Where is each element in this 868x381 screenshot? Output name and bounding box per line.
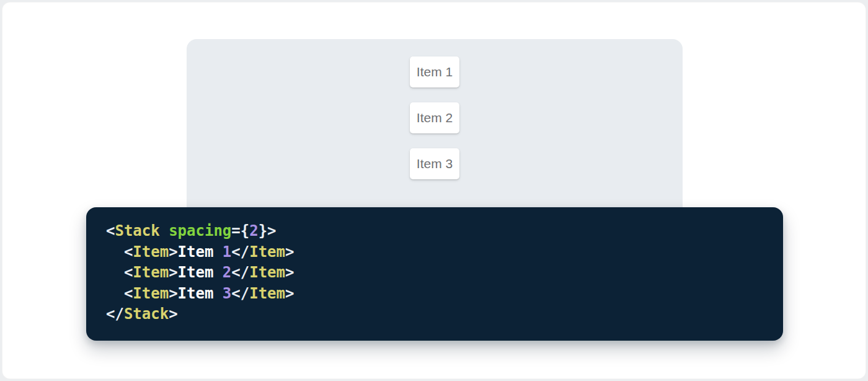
code-token-punct: > (285, 264, 294, 281)
code-line: <Item>Item 2</Item> (106, 262, 768, 284)
stack-item-card: Item 2 (410, 102, 459, 133)
code-token-punct: > (169, 305, 177, 323)
code-token-text: Item (178, 243, 223, 261)
code-line: <Stack spacing={2}> (106, 221, 768, 242)
code-token-tag: Stack (124, 305, 169, 323)
code-token-text: Item (178, 285, 223, 302)
code-token-punct: </ (231, 243, 249, 261)
code-token-punct: }> (259, 222, 277, 240)
code-token-tag: Item (133, 285, 169, 302)
code-token-tag: Item (249, 285, 285, 302)
code-token-punct: < (106, 222, 115, 240)
code-token-punct: > (285, 243, 294, 261)
code-token-punct: > (169, 264, 177, 281)
code-token-punct: </ (106, 305, 124, 323)
code-token-punct (160, 222, 169, 240)
code-token-tag: Stack (115, 222, 159, 240)
code-token-punct: </ (231, 264, 249, 281)
code-token-punct: < (106, 285, 133, 302)
code-token-tag: Item (133, 264, 169, 281)
code-block: <Stack spacing={2}> <Item>Item 1</Item> … (86, 207, 783, 341)
code-line: <Item>Item 3</Item> (106, 284, 768, 305)
code-token-punct: < (106, 264, 133, 281)
code-token-punct: ={ (231, 222, 249, 240)
code-line: <Item>Item 1</Item> (106, 242, 768, 263)
code-line: </Stack> (106, 304, 768, 325)
stack-preview-panel: Item 1Item 2Item 3 (187, 39, 683, 225)
code-token-punct: </ (231, 285, 249, 302)
code-token-tag: Item (249, 243, 285, 261)
code-token-number: 1 (223, 243, 231, 261)
code-token-text: Item (178, 264, 223, 281)
code-token-tag: Item (133, 243, 169, 261)
code-token-number: 2 (249, 222, 258, 240)
stack-item-card: Item 3 (410, 148, 459, 179)
demo-card: Item 1Item 2Item 3 <Stack spacing={2}> <… (2, 2, 866, 379)
code-token-punct: > (169, 285, 177, 302)
code-token-tag: Item (249, 264, 285, 281)
code-token-number: 2 (223, 264, 231, 281)
code-token-punct: > (285, 285, 294, 302)
stack-item-card: Item 1 (410, 56, 459, 87)
code-token-attr: spacing (169, 222, 231, 240)
code-token-punct: < (106, 243, 133, 261)
code-token-punct: > (169, 243, 177, 261)
code-token-number: 3 (223, 285, 231, 302)
